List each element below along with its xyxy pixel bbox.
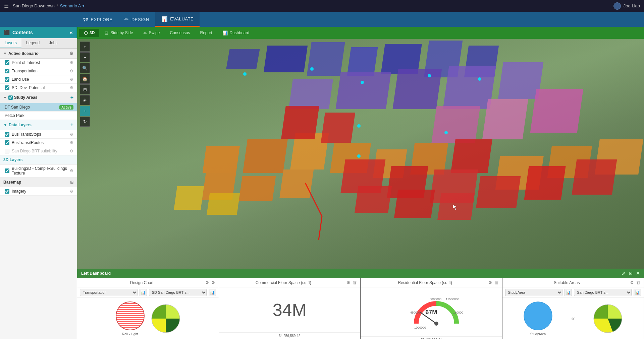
- panel-collapse-button[interactable]: «: [70, 29, 73, 36]
- study-area-petco-park[interactable]: Petco Park: [0, 112, 77, 120]
- rotate-button[interactable]: ↻: [80, 117, 90, 127]
- tab-swipe[interactable]: ⇔ Swipe: [139, 29, 165, 37]
- land-use-gear[interactable]: ⚙: [70, 77, 73, 82]
- close-icon[interactable]: ✕: [636, 271, 640, 276]
- bus-stops-label: BusTransitStops: [12, 132, 67, 137]
- transportation-checkbox[interactable]: [5, 69, 9, 73]
- commercial-floor-delete[interactable]: 🗑: [353, 280, 357, 285]
- 3d-layers-section[interactable]: 3D Layers: [0, 155, 77, 164]
- scenario-arrow: ▾: [83, 4, 84, 8]
- main-toolbar: 🗺 EXPLORE ✏ DESIGN 📊 EVALUATE: [0, 12, 644, 27]
- project-name: San Diego Downtown: [13, 3, 55, 8]
- tab-side-by-side[interactable]: ⊟ Side by Side: [100, 29, 138, 37]
- study-areas-checkbox[interactable]: [8, 95, 13, 100]
- hamburger-menu[interactable]: ☰: [4, 3, 9, 9]
- view-tabs: ⬡ 3D ⊟ Side by Side ⇔ Swipe Consensus Re…: [77, 27, 644, 39]
- design-chart-type2[interactable]: 📊: [209, 289, 216, 296]
- transportation-gear[interactable]: ⚙: [70, 69, 73, 73]
- sd-dev-checkbox[interactable]: [5, 85, 9, 90]
- panel-header-left: ⬛ Contents: [4, 30, 33, 35]
- data-layers-section[interactable]: ▼ Data Layers +: [0, 120, 77, 130]
- map-view[interactable]: + − 🔍 🏠 ⊞ ☀ + ↻: [77, 39, 644, 269]
- imagery-gear[interactable]: ⚙: [70, 189, 73, 194]
- design-chart-type1[interactable]: 📊: [140, 289, 147, 296]
- basemap-grid-icon[interactable]: ⊞: [70, 180, 73, 185]
- sd-dev-gear[interactable]: ⚙: [70, 85, 73, 90]
- sd-brt-gear[interactable]: ⚙: [70, 149, 73, 153]
- suitable-areas-chart-type2[interactable]: 📊: [634, 289, 641, 296]
- layer-land-use: Land Use ⚙: [0, 75, 77, 84]
- sd-dev-label: SD_Dev_Potential: [12, 85, 67, 90]
- tab-dashboard[interactable]: 📊 Dashboard: [218, 29, 254, 37]
- suitable-areas-select1[interactable]: StudyArea: [505, 289, 563, 296]
- suitable-area-pie-svg: [593, 303, 623, 334]
- layers-button[interactable]: ⊞: [80, 84, 90, 94]
- layer-point-of-interest: Point of Interest ⚙: [0, 59, 77, 67]
- tab-legend[interactable]: Legend: [21, 38, 44, 48]
- data-layers-add[interactable]: +: [70, 122, 73, 128]
- evaluate-button[interactable]: 📊 EVALUATE: [155, 12, 200, 27]
- bus-routes-gear[interactable]: ⚙: [70, 140, 73, 145]
- study-areas-add[interactable]: +: [70, 94, 73, 100]
- design-button[interactable]: ✏ DESIGN: [118, 12, 155, 27]
- explore-icon: 🗺: [83, 17, 89, 22]
- design-chart-label1: Rail - Light: [122, 332, 138, 336]
- active-map-tool[interactable]: +: [80, 106, 90, 116]
- user-avatar: [613, 2, 621, 10]
- active-scenario-settings[interactable]: ⚙: [69, 51, 73, 56]
- bus-stops-gear[interactable]: ⚙: [70, 132, 73, 137]
- zoom-out-button[interactable]: −: [80, 52, 90, 62]
- tab-3d[interactable]: ⬡ 3D: [79, 29, 99, 37]
- study-areas-section[interactable]: ▼ Study Areas +: [0, 92, 77, 103]
- suitable-areas-settings[interactable]: ⚙: [630, 280, 634, 285]
- restore-icon[interactable]: ⊡: [629, 271, 633, 276]
- design-chart-gear2[interactable]: ⚙: [211, 280, 215, 285]
- panel-icon: ⬛: [4, 30, 10, 35]
- imagery-checkbox[interactable]: [5, 189, 9, 194]
- tab-layers[interactable]: Layers: [0, 38, 21, 48]
- residential-floor-settings[interactable]: ⚙: [488, 280, 492, 285]
- data-layers-toggle: ▼: [3, 123, 7, 127]
- suitable-areas-selectors: StudyArea 📊 San Diego BRT s... 📊: [502, 287, 644, 298]
- search-tool-button[interactable]: 🔍: [80, 63, 90, 73]
- sd-brt-checkbox: [5, 149, 9, 153]
- bus-routes-checkbox[interactable]: [5, 140, 9, 145]
- scenario-link[interactable]: Scenario A ▾: [60, 3, 84, 8]
- striped-pie-chart: [115, 301, 145, 331]
- study-area-dt-san-diego[interactable]: DT San Diego Active: [0, 103, 77, 112]
- tab-consensus[interactable]: Consensus: [165, 29, 195, 37]
- svg-text:1000000: 1000000: [414, 326, 426, 329]
- suitable-areas-chart-type1[interactable]: 📊: [565, 289, 572, 296]
- swipe-icon: ⇔: [143, 30, 147, 36]
- active-scenario-section[interactable]: ▼ Active Scenario ⚙: [0, 49, 77, 59]
- design-chart-settings[interactable]: ⚙: [205, 280, 209, 285]
- basemap-section: Basemap ⊞: [0, 178, 77, 187]
- building-3d-gear[interactable]: ⚙: [70, 168, 73, 173]
- explore-button[interactable]: 🗺 EXPLORE: [77, 12, 118, 27]
- poi-gear[interactable]: ⚙: [70, 60, 73, 65]
- home-button[interactable]: 🏠: [80, 74, 90, 84]
- suitable-areas-select2[interactable]: San Diego BRT s...: [574, 289, 632, 296]
- suitable-areas-content: StudyArea «: [505, 301, 641, 336]
- poi-checkbox[interactable]: [5, 60, 9, 65]
- zoom-in-button[interactable]: +: [80, 42, 90, 52]
- expand-icon[interactable]: ⤢: [621, 271, 625, 276]
- design-chart-select1[interactable]: Transportation: [80, 289, 138, 296]
- residential-floor-delete[interactable]: 🗑: [494, 280, 499, 285]
- basemap-label: Basemap: [3, 180, 21, 185]
- tab-report[interactable]: Report: [195, 29, 217, 37]
- sun-button[interactable]: ☀: [80, 95, 90, 105]
- back-arrow[interactable]: «: [571, 315, 575, 322]
- suitable-areas-delete[interactable]: 🗑: [636, 280, 640, 285]
- user-area: Joe Liao: [613, 2, 640, 10]
- 3d-icon: ⬡: [84, 30, 88, 36]
- land-use-checkbox[interactable]: [5, 77, 9, 82]
- bus-stops-checkbox[interactable]: [5, 132, 9, 137]
- commercial-floor-settings[interactable]: ⚙: [346, 280, 351, 285]
- building-3d-checkbox[interactable]: [5, 168, 9, 173]
- design-chart-select2[interactable]: SD San Diego BRT s...: [149, 289, 207, 296]
- tab-jobs[interactable]: Jobs: [44, 38, 62, 48]
- design-chart-widget: Design Chart ⚙ ⚙ Transportation 📊 SD San…: [77, 278, 219, 339]
- layer-building-3d: Building3D - ComplexBuildings Texture ⚙: [0, 164, 77, 178]
- petco-park-label: Petco Park: [5, 113, 73, 118]
